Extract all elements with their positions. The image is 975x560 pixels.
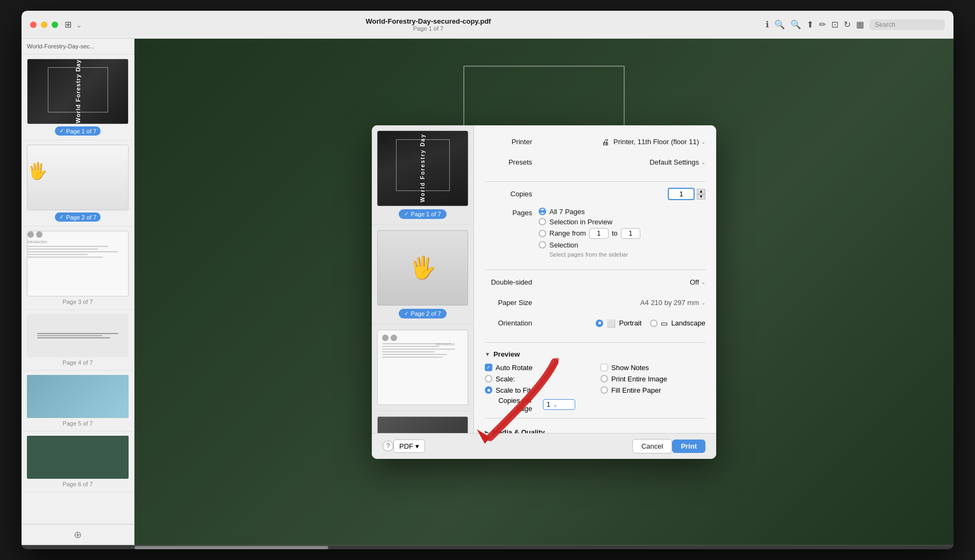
sidebar-item-page5[interactable]: Page 5 of 7: [22, 371, 134, 431]
pages-row: Pages All 7 Pages Selectio: [485, 208, 705, 258]
page-indicator: Page 1 of 7: [413, 25, 443, 32]
copies-per-page-select[interactable]: 1 ⌄: [543, 399, 575, 410]
pages-range-radio[interactable]: [539, 230, 546, 237]
select-pages-hint: Select pages from the sidebar: [549, 251, 640, 258]
pages-all-radio[interactable]: [539, 208, 546, 215]
pages-range-option[interactable]: Range from to: [539, 228, 640, 239]
line4: [27, 254, 88, 255]
portrait-label: Portrait: [619, 319, 641, 327]
page1-thumbnail: World Forestry Day: [27, 59, 128, 124]
copies-stepper[interactable]: ▲ ▼: [697, 189, 705, 200]
pages-custom-option[interactable]: Selection: [539, 241, 640, 249]
pdf-button[interactable]: PDF ▾: [393, 440, 425, 453]
preview-col-right: Show Notes Print Entire Image Fill Entir…: [600, 364, 705, 394]
landscape-option[interactable]: ▭ Landscape: [650, 319, 705, 328]
page1-badge: ✓ Page 1 of 7: [55, 126, 101, 136]
thumb2-check: ✓: [404, 310, 408, 316]
maximize-button[interactable]: [52, 22, 58, 28]
pages-custom-label: Selection: [549, 241, 578, 249]
horizontal-scrollbar[interactable]: [22, 545, 953, 549]
preview-section-header[interactable]: ▼ Preview: [485, 350, 705, 358]
sidebar-item-page3[interactable]: Introduction Page 3 of 7: [22, 226, 134, 310]
dialog-thumb-2[interactable]: 🖐 ✓ Page 2 of 7: [372, 225, 474, 324]
dialog-thumb-3[interactable]: Introduction: [372, 324, 474, 411]
presets-value: Default Settings: [649, 158, 699, 166]
range-from-label: Range from: [549, 229, 586, 237]
landscape-radio[interactable]: [650, 320, 658, 327]
copies-up[interactable]: ▲: [697, 189, 705, 194]
range-to-input[interactable]: [621, 228, 640, 239]
thumb3-icon1: [382, 335, 388, 341]
printer-value: Printer, 11th Floor (floor 11): [613, 138, 699, 146]
zoom-in-icon[interactable]: 🔍: [790, 19, 801, 30]
search-input[interactable]: Search: [870, 19, 945, 30]
crop-icon[interactable]: ⊡: [831, 19, 838, 30]
page2-preview: 🖐: [27, 145, 129, 210]
pages-selection-radio[interactable]: [539, 218, 546, 225]
thumb2-page-text: Page 2 of 7: [411, 310, 441, 317]
show-notes-checkbox[interactable]: [600, 364, 608, 371]
sidebar-item-page4[interactable]: Page 4 of 7: [22, 310, 134, 371]
range-from-input[interactable]: [589, 228, 609, 239]
pencil-icon[interactable]: ✏: [819, 19, 826, 30]
scale-to-fit-row[interactable]: Scale to Fit: [485, 386, 590, 394]
scale-radio[interactable]: [485, 375, 492, 382]
zoom-out-icon[interactable]: 🔍: [774, 19, 785, 30]
presets-chevron: ⌄: [701, 159, 705, 165]
orientation-options: ⬜ Portrait ▭ Landscape: [539, 319, 705, 328]
portrait-option[interactable]: ⬜ Portrait: [596, 319, 641, 328]
fill-paper-radio[interactable]: [600, 386, 608, 394]
scale-row[interactable]: Scale:: [485, 375, 590, 383]
print-button[interactable]: Print: [672, 440, 705, 453]
portrait-radio[interactable]: [596, 320, 603, 327]
intro-lines: [27, 246, 128, 258]
copies-down[interactable]: ▼: [697, 194, 705, 200]
pages-all-option[interactable]: All 7 Pages: [539, 208, 640, 216]
divider-3: [485, 342, 705, 343]
plus-icon: ⊕: [74, 529, 82, 541]
double-sided-chevron: ⌄: [701, 279, 705, 285]
help-button[interactable]: ?: [383, 441, 393, 451]
show-notes-row[interactable]: Show Notes: [600, 364, 705, 372]
sidebar-toggle-icon[interactable]: ⊞: [65, 19, 72, 30]
auto-rotate-row[interactable]: ✓ Auto Rotate: [485, 364, 590, 372]
minimize-button[interactable]: [41, 22, 47, 28]
fill-paper-row[interactable]: Fill Entire Paper: [600, 386, 705, 394]
page2-thumbnail: 🖐: [27, 145, 128, 210]
page5-thumbnail: [27, 375, 129, 418]
printer-icon: 🖨: [602, 138, 609, 146]
print-entire-row[interactable]: Print Entire Image: [600, 375, 705, 383]
divider-2: [485, 270, 705, 270]
double-sided-row: Double-sided Off ⌄: [485, 275, 705, 289]
copies-input[interactable]: 1: [668, 188, 695, 200]
line2: [27, 249, 98, 250]
print-entire-radio[interactable]: [600, 375, 608, 382]
sidebar-item-page2[interactable]: 🖐 ✓ Page 2 of 7: [22, 140, 134, 226]
dialog-thumb-1[interactable]: World Forestry Day ✓ Page 1 of 7: [372, 125, 474, 225]
page1-label: ✓ Page 1 of 7: [27, 126, 129, 136]
auto-rotate-checkbox[interactable]: ✓: [485, 364, 492, 371]
copies-per-page-row: Copies per page 1 ⌄: [485, 396, 705, 413]
close-button[interactable]: [30, 22, 37, 28]
scrollbar-thumb[interactable]: [135, 546, 328, 549]
grid-icon[interactable]: ▦: [856, 19, 864, 30]
share-icon[interactable]: ⬆: [807, 19, 814, 30]
rotate-icon[interactable]: ↻: [844, 19, 851, 30]
scale-to-fit-radio[interactable]: [485, 386, 492, 394]
thumb1-page-text: Page 1 of 7: [411, 211, 441, 217]
sidebar-item-page6[interactable]: Page 6 of 7: [22, 431, 134, 492]
copies-per-page-chevron: ⌄: [553, 401, 558, 408]
traffic-lights: [30, 22, 58, 28]
thumb3-icons: [382, 335, 463, 341]
pages-custom-radio[interactable]: [539, 241, 546, 249]
range-inputs: Range from to: [549, 228, 640, 239]
add-page-button[interactable]: ⊕: [22, 524, 134, 545]
info-icon[interactable]: ℹ: [766, 19, 769, 30]
scale-to-fit-label: Scale to Fit: [496, 386, 531, 394]
thumb1-image: World Forestry Day: [377, 131, 468, 206]
sidebar-item-page1[interactable]: World Forestry Day ✓ Page 1 of 7: [22, 54, 134, 140]
copies-per-page-value: 1: [547, 401, 550, 408]
cancel-button[interactable]: Cancel: [632, 439, 672, 453]
toolbar-icons: ℹ 🔍 🔍 ⬆ ✏ ⊡ ↻ ▦ Search: [766, 19, 945, 30]
pages-selection-option[interactable]: Selection in Preview: [539, 218, 640, 226]
